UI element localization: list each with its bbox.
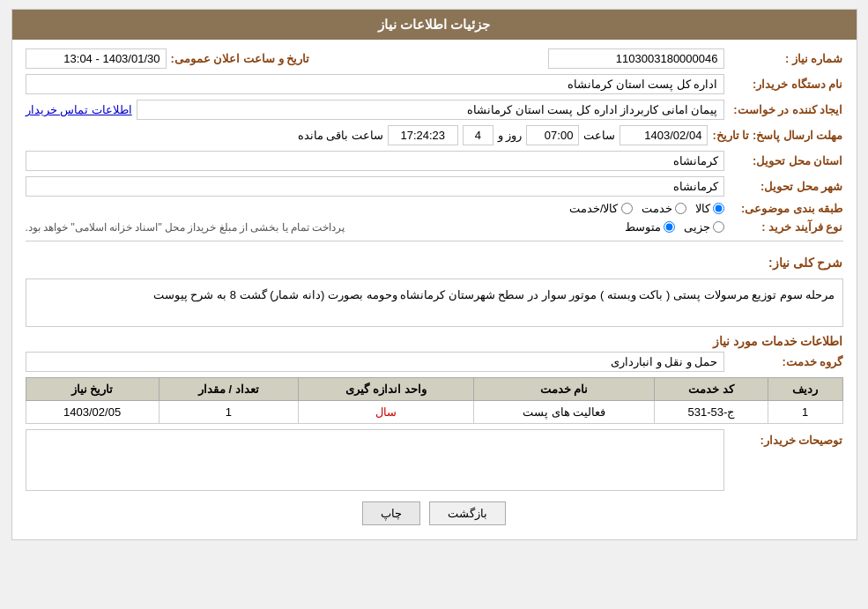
print-button[interactable]: چاپ (362, 501, 420, 525)
nooe-motavasset-radio[interactable] (664, 221, 675, 233)
cell-nam: فعالیت های پست (474, 401, 655, 424)
tasnif-label: طبقه بندی موضوعی: (729, 202, 843, 215)
tasnif-radio-group: کالا خدمت کالا/خدمت (26, 202, 724, 215)
cell-radif: 1 (768, 401, 842, 424)
row-tasnif: طبقه بندی موضوعی: کالا خدمت کالا/خدمت (26, 202, 843, 215)
shahr-value: کرمانشاه (26, 176, 724, 197)
row-toseif: توصیحات خریدار: (26, 429, 843, 491)
col-radif: ردیف (768, 378, 842, 401)
back-button[interactable]: بازگشت (429, 501, 506, 525)
content-area: شماره نیاز : 1103003180000046 تاریخ و سا… (12, 40, 857, 539)
ostan-label: استان محل تحویل: (729, 154, 843, 167)
page-header: جزئیات اطلاعات نیاز (12, 10, 857, 40)
row-sharh-title: شرح کلی نیاز: (26, 249, 843, 273)
page-title: جزئیات اطلاعات نیاز (378, 17, 490, 32)
row-shmare-tarikh: شماره نیاز : 1103003180000046 تاریخ و سا… (26, 48, 843, 69)
ostan-value: کرمانشاه (26, 151, 724, 171)
tarikh-label: تاریخ و ساعت اعلان عمومی: (171, 52, 310, 65)
row-ostan: استان محل تحویل: کرمانشاه (26, 151, 843, 171)
col-kod: کد خدمت (655, 378, 768, 401)
ijad-label: ایجاد کننده در خواست: (729, 103, 843, 116)
nooe-note: پرداخت تمام یا بخشی از مبلغ خریداز محل "… (26, 221, 345, 234)
shahr-label: شهر محل تحویل: (729, 180, 843, 193)
col-tarikh: تاریخ نیاز (26, 378, 159, 401)
tasnif-kala-khedmat-item: کالا/خدمت (569, 202, 633, 215)
tasnif-khedmat-label: خدمت (642, 202, 672, 215)
tasnif-kala-item: کالا (695, 202, 724, 215)
row-shahr: شهر محل تحویل: کرمانشاه (26, 176, 843, 197)
toseif-textarea[interactable] (26, 429, 724, 491)
col-nam: نام خدمت (474, 378, 655, 401)
row-ijad: ایجاد کننده در خواست: پیمان امانی کاربرد… (26, 100, 843, 120)
nooe-jozii-radio[interactable] (713, 221, 724, 233)
col-tedad: تعداد / مقدار (159, 378, 298, 401)
tasnif-khedmat-item: خدمت (642, 202, 686, 215)
gorooh-value: حمل و نقل و انبارداری (26, 352, 724, 372)
gorooh-label: گروه خدمت: (729, 355, 843, 368)
tasnif-kala-khedmat-label: کالا/خدمت (569, 202, 619, 215)
cell-tedad: 1 (159, 401, 298, 424)
row-nam-dastgah: نام دستگاه خریدار: اداره کل پست استان کر… (26, 74, 843, 94)
row-mohlat: مهلت ارسال پاسخ: تا تاریخ: 1403/02/04 سا… (26, 125, 843, 145)
row-nooe: نوع فرآیند خرید : جزیی متوسط پرداخت تمام… (26, 220, 843, 234)
table-header-row: ردیف کد خدمت نام خدمت واحد اندازه گیری ت… (26, 378, 842, 401)
mohlat-saat-label: ساعت (583, 129, 615, 142)
mohlat-baqi-label: ساعت باقی مانده (298, 129, 383, 142)
shmare-niaz-label: شماره نیاز : (729, 52, 843, 65)
ijad-value: پیمان امانی کاربرداز اداره کل پست استان … (137, 100, 724, 120)
col-vahed: واحد اندازه گیری (298, 378, 473, 401)
sharh-value: مرحله سوم توزیع مرسولات پستی ( باکت وبست… (26, 279, 843, 327)
table-area: ردیف کد خدمت نام خدمت واحد اندازه گیری ت… (26, 377, 843, 424)
nam-dastgah-label: نام دستگاه خریدار: (729, 78, 843, 91)
buttons-row: بازگشت چاپ (26, 501, 843, 525)
nooe-motavasset-label: متوسط (625, 220, 661, 234)
khadamat-title: اطلاعات خدمات مورد نیاز (26, 334, 843, 348)
sharh-title: شرح کلی نیاز: (768, 256, 842, 270)
nooe-jozii-item: جزیی (684, 220, 724, 234)
mohlat-roz: 4 (463, 125, 493, 145)
row-gorooh: گروه خدمت: حمل و نقل و انبارداری (26, 352, 843, 372)
toseif-label: توصیحات خریدار: (729, 429, 843, 447)
mohlat-roz-label: روز و (498, 129, 523, 142)
nooe-radio-group: جزیی متوسط (349, 220, 723, 234)
tasnif-kala-khedmat-radio[interactable] (621, 203, 633, 214)
mohlat-saat: 07:00 (526, 125, 579, 145)
ijad-link[interactable]: اطلاعات تماس خریدار (26, 103, 132, 116)
table-row: 1 ج-53-531 فعالیت های پست سال 1 1403/02/… (26, 401, 842, 424)
mohlat-countdown: 17:24:23 (388, 125, 458, 145)
mohlat-label: مهلت ارسال پاسخ: تا تاریخ: (712, 129, 842, 142)
mohlat-date: 1403/02/04 (619, 125, 708, 145)
tasnif-kala-label: کالا (695, 202, 710, 215)
tarikh-value: 1403/01/30 - 13:04 (26, 48, 167, 69)
main-container: جزئیات اطلاعات نیاز شماره نیاز : 1103003… (11, 9, 857, 540)
nooe-label: نوع فرآیند خرید : (729, 220, 843, 234)
divider-1 (26, 241, 843, 241)
shmare-niaz-value: 1103003180000046 (548, 48, 724, 69)
cell-kod: ج-53-531 (655, 401, 768, 424)
tasnif-khedmat-radio[interactable] (675, 203, 686, 214)
services-table: ردیف کد خدمت نام خدمت واحد اندازه گیری ت… (26, 377, 843, 424)
cell-vahed: سال (298, 401, 473, 424)
tasnif-kala-radio[interactable] (713, 203, 724, 214)
nam-dastgah-value: اداره کل پست استان کرمانشاه (26, 74, 724, 94)
nooe-jozii-label: جزیی (684, 220, 710, 234)
nooe-motavasset-item: متوسط (625, 220, 675, 234)
cell-tarikh: 1403/02/05 (26, 401, 159, 424)
